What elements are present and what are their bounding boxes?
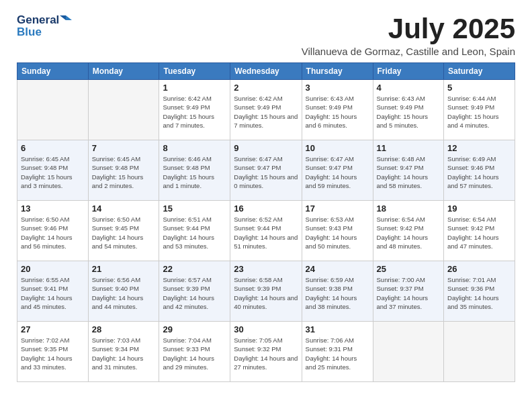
day-info: Sunrise: 6:56 AM Sunset: 9:40 PM Dayligh… <box>92 275 156 311</box>
day-cell-30: 30Sunrise: 7:05 AM Sunset: 9:32 PM Dayli… <box>230 322 302 382</box>
day-cell-25: 25Sunrise: 7:00 AM Sunset: 9:37 PM Dayli… <box>373 261 444 322</box>
svg-marker-0 <box>66 15 72 20</box>
weekday-header-thursday: Thursday <box>302 63 373 80</box>
day-info: Sunrise: 6:43 AM Sunset: 9:49 PM Dayligh… <box>306 94 369 130</box>
day-info: Sunrise: 7:02 AM Sunset: 9:35 PM Dayligh… <box>21 336 85 371</box>
title-block: July 2025 Villanueva de Gormaz, Castille… <box>302 13 515 57</box>
day-number: 14 <box>92 203 156 214</box>
day-cell-24: 24Sunrise: 6:59 AM Sunset: 9:38 PM Dayli… <box>302 261 373 322</box>
day-info: Sunrise: 7:05 AM Sunset: 9:32 PM Dayligh… <box>234 336 298 371</box>
calendar-location: Villanueva de Gormaz, Castille and Leon,… <box>302 46 515 57</box>
day-number: 10 <box>306 143 369 153</box>
week-row-2: 6Sunrise: 6:45 AM Sunset: 9:48 PM Daylig… <box>17 140 515 201</box>
day-info: Sunrise: 6:59 AM Sunset: 9:38 PM Dayligh… <box>306 275 369 311</box>
day-info: Sunrise: 6:53 AM Sunset: 9:43 PM Dayligh… <box>306 215 369 250</box>
day-number: 23 <box>234 264 298 274</box>
day-info: Sunrise: 6:52 AM Sunset: 9:44 PM Dayligh… <box>234 215 298 250</box>
day-info: Sunrise: 6:50 AM Sunset: 9:46 PM Dayligh… <box>21 215 85 250</box>
logo: General Blue <box>17 13 72 40</box>
day-info: Sunrise: 6:58 AM Sunset: 9:39 PM Dayligh… <box>234 275 298 311</box>
day-info: Sunrise: 6:50 AM Sunset: 9:45 PM Dayligh… <box>92 215 156 250</box>
day-cell-10: 10Sunrise: 6:47 AM Sunset: 9:47 PM Dayli… <box>302 140 373 201</box>
day-number: 7 <box>92 143 156 153</box>
day-info: Sunrise: 6:47 AM Sunset: 9:47 PM Dayligh… <box>234 154 298 190</box>
day-info: Sunrise: 6:54 AM Sunset: 9:42 PM Dayligh… <box>377 215 441 250</box>
svg-marker-1 <box>60 15 66 20</box>
day-cell-15: 15Sunrise: 6:51 AM Sunset: 9:44 PM Dayli… <box>159 201 230 261</box>
day-cell-23: 23Sunrise: 6:58 AM Sunset: 9:39 PM Dayli… <box>230 261 302 322</box>
day-number: 5 <box>447 83 511 93</box>
day-number: 1 <box>163 83 226 93</box>
empty-cell <box>17 80 89 140</box>
day-number: 6 <box>21 143 85 153</box>
day-cell-20: 20Sunrise: 6:55 AM Sunset: 9:41 PM Dayli… <box>17 261 89 322</box>
day-cell-29: 29Sunrise: 7:04 AM Sunset: 9:33 PM Dayli… <box>159 322 230 382</box>
day-info: Sunrise: 7:04 AM Sunset: 9:33 PM Dayligh… <box>163 336 226 371</box>
weekday-header-saturday: Saturday <box>444 63 515 80</box>
day-number: 22 <box>163 264 226 274</box>
day-info: Sunrise: 7:06 AM Sunset: 9:31 PM Dayligh… <box>306 336 369 371</box>
day-cell-22: 22Sunrise: 6:57 AM Sunset: 9:39 PM Dayli… <box>159 261 230 322</box>
day-info: Sunrise: 7:03 AM Sunset: 9:34 PM Dayligh… <box>92 336 156 371</box>
weekday-header-monday: Monday <box>88 63 159 80</box>
logo-blue: Blue <box>17 26 72 39</box>
day-cell-31: 31Sunrise: 7:06 AM Sunset: 9:31 PM Dayli… <box>302 322 373 382</box>
day-cell-21: 21Sunrise: 6:56 AM Sunset: 9:40 PM Dayli… <box>88 261 159 322</box>
calendar-title: July 2025 <box>302 13 515 44</box>
empty-cell <box>444 322 515 382</box>
day-number: 19 <box>447 203 511 214</box>
day-cell-17: 17Sunrise: 6:53 AM Sunset: 9:43 PM Dayli… <box>302 201 373 261</box>
day-info: Sunrise: 6:45 AM Sunset: 9:48 PM Dayligh… <box>92 154 156 190</box>
day-number: 25 <box>377 264 441 274</box>
day-info: Sunrise: 6:49 AM Sunset: 9:46 PM Dayligh… <box>447 154 511 190</box>
day-number: 20 <box>21 264 85 274</box>
day-cell-13: 13Sunrise: 6:50 AM Sunset: 9:46 PM Dayli… <box>17 201 89 261</box>
day-cell-28: 28Sunrise: 7:03 AM Sunset: 9:34 PM Dayli… <box>88 322 159 382</box>
day-cell-5: 5Sunrise: 6:44 AM Sunset: 9:49 PM Daylig… <box>444 80 515 140</box>
day-cell-7: 7Sunrise: 6:45 AM Sunset: 9:48 PM Daylig… <box>88 140 159 201</box>
day-number: 18 <box>377 203 441 214</box>
day-number: 11 <box>377 143 441 153</box>
empty-cell <box>373 322 444 382</box>
day-info: Sunrise: 7:00 AM Sunset: 9:37 PM Dayligh… <box>377 275 441 311</box>
day-number: 9 <box>234 143 298 153</box>
day-number: 21 <box>92 264 156 274</box>
day-cell-2: 2Sunrise: 6:42 AM Sunset: 9:49 PM Daylig… <box>230 80 302 140</box>
logo-general: General <box>17 13 59 27</box>
day-number: 26 <box>447 264 511 274</box>
day-info: Sunrise: 6:45 AM Sunset: 9:48 PM Dayligh… <box>21 154 85 190</box>
day-number: 3 <box>306 83 369 93</box>
day-cell-19: 19Sunrise: 6:54 AM Sunset: 9:42 PM Dayli… <box>444 201 515 261</box>
week-row-1: 1Sunrise: 6:42 AM Sunset: 9:49 PM Daylig… <box>17 80 515 140</box>
day-info: Sunrise: 6:46 AM Sunset: 9:48 PM Dayligh… <box>163 154 226 190</box>
day-info: Sunrise: 6:54 AM Sunset: 9:42 PM Dayligh… <box>447 215 511 250</box>
day-cell-9: 9Sunrise: 6:47 AM Sunset: 9:47 PM Daylig… <box>230 140 302 201</box>
weekday-header-wednesday: Wednesday <box>230 63 302 80</box>
week-row-3: 13Sunrise: 6:50 AM Sunset: 9:46 PM Dayli… <box>17 201 515 261</box>
weekday-header-sunday: Sunday <box>17 63 89 80</box>
day-number: 15 <box>163 203 226 214</box>
calendar-table: SundayMondayTuesdayWednesdayThursdayFrid… <box>17 62 515 382</box>
day-info: Sunrise: 6:44 AM Sunset: 9:49 PM Dayligh… <box>447 94 511 130</box>
day-info: Sunrise: 6:43 AM Sunset: 9:49 PM Dayligh… <box>377 94 441 130</box>
day-info: Sunrise: 6:57 AM Sunset: 9:39 PM Dayligh… <box>163 275 226 311</box>
day-cell-8: 8Sunrise: 6:46 AM Sunset: 9:48 PM Daylig… <box>159 140 230 201</box>
day-cell-6: 6Sunrise: 6:45 AM Sunset: 9:48 PM Daylig… <box>17 140 89 201</box>
day-info: Sunrise: 6:55 AM Sunset: 9:41 PM Dayligh… <box>21 275 85 311</box>
weekday-header-tuesday: Tuesday <box>159 63 230 80</box>
day-cell-1: 1Sunrise: 6:42 AM Sunset: 9:49 PM Daylig… <box>159 80 230 140</box>
day-number: 28 <box>92 324 156 334</box>
day-number: 12 <box>447 143 511 153</box>
day-info: Sunrise: 6:48 AM Sunset: 9:47 PM Dayligh… <box>377 154 441 190</box>
page-header: General Blue July 2025 Villanueva de Gor… <box>17 13 515 57</box>
empty-cell <box>88 80 159 140</box>
day-number: 4 <box>377 83 441 93</box>
day-cell-11: 11Sunrise: 6:48 AM Sunset: 9:47 PM Dayli… <box>373 140 444 201</box>
day-info: Sunrise: 6:42 AM Sunset: 9:49 PM Dayligh… <box>234 94 298 130</box>
day-info: Sunrise: 6:47 AM Sunset: 9:47 PM Dayligh… <box>306 154 369 190</box>
day-number: 16 <box>234 203 298 214</box>
day-number: 27 <box>21 324 85 334</box>
day-cell-12: 12Sunrise: 6:49 AM Sunset: 9:46 PM Dayli… <box>444 140 515 201</box>
day-cell-27: 27Sunrise: 7:02 AM Sunset: 9:35 PM Dayli… <box>17 322 89 382</box>
week-row-4: 20Sunrise: 6:55 AM Sunset: 9:41 PM Dayli… <box>17 261 515 322</box>
